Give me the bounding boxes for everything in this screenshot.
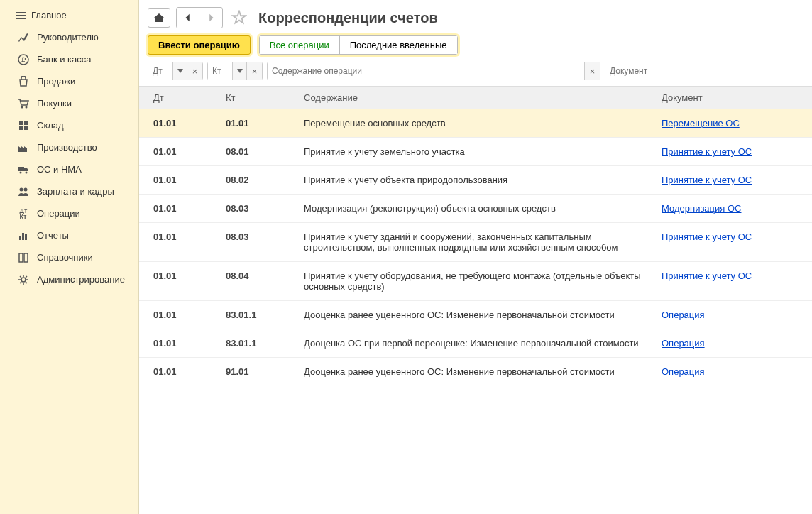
- sidebar-item-manager[interactable]: Руководителю: [0, 26, 138, 48]
- cell-doc: Принятие к учету ОС: [662, 270, 803, 281]
- sidebar-item-label: Администрирование: [37, 274, 125, 285]
- enter-operation-button[interactable]: Ввести операцию: [148, 35, 251, 55]
- doc-link[interactable]: Принятие к учету ОС: [662, 146, 752, 157]
- filter-doc-input[interactable]: [605, 62, 803, 80]
- sidebar-item-label: Руководителю: [37, 32, 99, 43]
- cell-doc: Принятие к учету ОС: [662, 146, 803, 157]
- sidebar-item-label: Справочники: [37, 252, 93, 263]
- cell-dt: 01.01: [148, 338, 226, 349]
- svg-rect-14: [25, 234, 27, 240]
- svg-rect-4: [19, 121, 23, 125]
- sidebar-item-main[interactable]: Главное: [0, 4, 138, 26]
- table-row[interactable]: 01.0101.01Перемещение основных средствПе…: [139, 109, 812, 138]
- cell-kt: 08.03: [226, 231, 304, 242]
- sidebar-item-purchases[interactable]: Покупки: [0, 92, 138, 114]
- sidebar-item-admin[interactable]: Администрирование: [0, 268, 138, 290]
- filter-doc: [605, 62, 803, 80]
- cell-dt: 01.01: [148, 203, 226, 214]
- sidebar-item-label: ОС и НМА: [37, 164, 82, 175]
- filter-kt-input[interactable]: [208, 62, 232, 80]
- bar-chart-icon: [17, 229, 30, 242]
- cell-kt: 08.04: [226, 270, 304, 281]
- sidebar-item-label: Продажи: [37, 76, 75, 87]
- table-row[interactable]: 01.0108.01Принятие к учету земельного уч…: [139, 138, 812, 166]
- forward-button[interactable]: [199, 8, 222, 28]
- table-row[interactable]: 01.0108.03Принятие к учету зданий и соор…: [139, 223, 812, 262]
- sidebar-item-operations[interactable]: ДтКт Операции: [0, 202, 138, 224]
- sidebar-item-refs[interactable]: Справочники: [0, 246, 138, 268]
- cell-doc: Модернизация ОС: [662, 203, 803, 214]
- doc-link[interactable]: Принятие к учету ОС: [662, 175, 752, 185]
- table-header: Дт Кт Содержание Документ: [139, 86, 812, 109]
- table-row[interactable]: 01.0191.01Дооценка ранее уцененного ОС: …: [139, 358, 812, 386]
- filter-dt: ×: [148, 62, 203, 80]
- sidebar-item-production[interactable]: Производство: [0, 136, 138, 158]
- home-button[interactable]: [148, 8, 170, 28]
- doc-link[interactable]: Модернизация ОС: [662, 203, 741, 214]
- nav-group: [176, 7, 223, 28]
- seg-all-button[interactable]: Все операции: [260, 36, 340, 54]
- sidebar-item-assets[interactable]: ОС и НМА: [0, 158, 138, 180]
- svg-point-10: [20, 187, 23, 191]
- cell-desc: Принятие к учету оборудования, не требую…: [304, 270, 662, 292]
- bag-icon: [17, 75, 30, 88]
- doc-link[interactable]: Принятие к учету ОС: [662, 231, 752, 242]
- doc-link[interactable]: Принятие к учету ОС: [662, 270, 752, 281]
- filter-kt: ×: [207, 62, 263, 80]
- svg-rect-6: [19, 126, 23, 130]
- sidebar: Главное Руководителю ₽ Банк и касса Прод…: [0, 0, 139, 514]
- cart-icon: [17, 97, 30, 110]
- svg-point-9: [26, 171, 28, 173]
- doc-link[interactable]: Операция: [662, 338, 705, 349]
- cell-kt: 01.01: [226, 118, 304, 128]
- cell-dt: 01.01: [148, 146, 226, 157]
- clear-icon[interactable]: ×: [584, 62, 600, 80]
- cell-desc: Модернизация (реконструкция) объекта осн…: [304, 203, 662, 214]
- sidebar-item-label: Покупки: [37, 98, 72, 109]
- cell-kt: 08.02: [226, 175, 304, 185]
- cell-doc: Принятие к учету ОС: [662, 231, 803, 242]
- cell-doc: Операция: [662, 338, 803, 349]
- dtkt-icon: ДтКт: [17, 207, 30, 220]
- table: Дт Кт Содержание Документ 01.0101.01Пере…: [139, 86, 812, 514]
- sidebar-item-label: Операции: [37, 208, 80, 219]
- table-row[interactable]: 01.0108.03Модернизация (реконструкция) о…: [139, 195, 812, 223]
- ruble-icon: ₽: [17, 53, 30, 66]
- sidebar-item-label: Отчеты: [37, 230, 69, 241]
- topbar: Корреспонденции счетов: [139, 0, 812, 35]
- th-dt[interactable]: Дт: [148, 92, 226, 103]
- favorite-button[interactable]: [229, 10, 250, 26]
- sidebar-item-label: Производство: [37, 142, 97, 153]
- truck-icon: [17, 163, 30, 176]
- back-button[interactable]: [177, 8, 199, 28]
- clear-icon[interactable]: ×: [187, 62, 202, 80]
- book-icon: [17, 251, 30, 264]
- table-row[interactable]: 01.0108.04Принятие к учету оборудования,…: [139, 262, 812, 301]
- table-row[interactable]: 01.0183.01.1Дооценка ОС при первой перео…: [139, 329, 812, 358]
- table-row[interactable]: 01.0183.01.1Дооценка ранее уцененного ОС…: [139, 301, 812, 329]
- filter-dt-input[interactable]: [148, 62, 172, 80]
- filter-desc-input[interactable]: [268, 62, 584, 80]
- sidebar-item-reports[interactable]: Отчеты: [0, 224, 138, 246]
- sidebar-item-bank[interactable]: ₽ Банк и касса: [0, 48, 138, 70]
- doc-link[interactable]: Перемещение ОС: [662, 118, 740, 128]
- th-desc[interactable]: Содержание: [304, 92, 662, 103]
- th-kt[interactable]: Кт: [226, 92, 304, 103]
- doc-link[interactable]: Операция: [662, 366, 705, 377]
- dropdown-icon[interactable]: [172, 62, 187, 80]
- sidebar-item-salary[interactable]: Зарплата и кадры: [0, 180, 138, 202]
- doc-link[interactable]: Операция: [662, 310, 705, 320]
- cell-desc: Принятие к учету зданий и сооружений, за…: [304, 231, 662, 253]
- dropdown-icon[interactable]: [232, 62, 246, 80]
- sidebar-item-warehouse[interactable]: Склад: [0, 114, 138, 136]
- filter-bar: × × ×: [139, 62, 812, 86]
- table-row[interactable]: 01.0108.02Принятие к учету объекта приро…: [139, 166, 812, 195]
- clear-icon[interactable]: ×: [246, 62, 262, 80]
- svg-point-15: [21, 278, 26, 282]
- svg-point-11: [24, 187, 28, 191]
- sidebar-item-sales[interactable]: Продажи: [0, 70, 138, 92]
- th-doc[interactable]: Документ: [662, 92, 803, 103]
- seg-recent-button[interactable]: Последние введенные: [340, 36, 457, 54]
- cell-dt: 01.01: [148, 231, 226, 242]
- cell-kt: 08.01: [226, 146, 304, 157]
